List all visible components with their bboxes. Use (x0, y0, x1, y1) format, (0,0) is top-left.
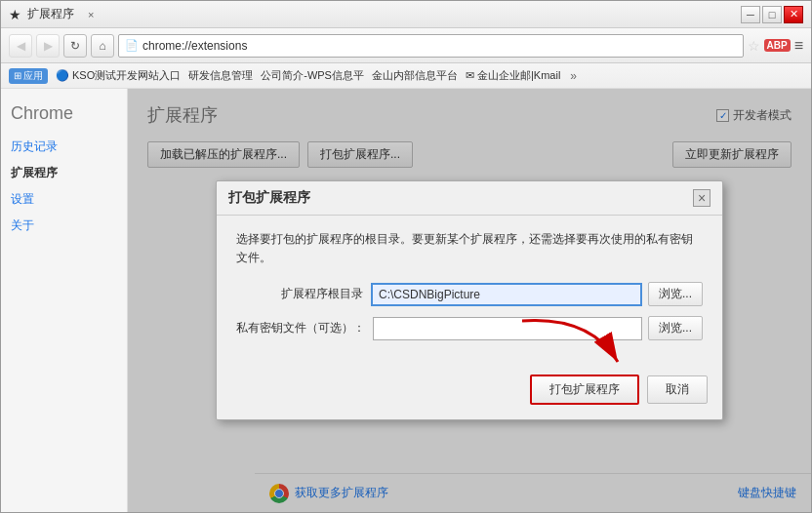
star-icon[interactable]: ☆ (748, 38, 760, 54)
back-button[interactable]: ◀ (9, 34, 32, 58)
dialog-body: 选择要打包的扩展程序的根目录。要更新某个扩展程序，还需选择要再次使用的私有密钥文… (217, 216, 722, 365)
wps-label: 公司简介-WPS信息平 (261, 68, 364, 83)
close-button[interactable]: ✕ (784, 6, 803, 23)
maximize-button[interactable]: □ (762, 6, 782, 23)
root-dir-input-wrap: 浏览... (371, 282, 703, 306)
pack-dialog-button[interactable]: 打包扩展程序 (530, 375, 639, 405)
dialog-footer: 打包扩展程序 取消 (217, 365, 722, 419)
home-button[interactable]: ⌂ (91, 34, 114, 58)
dialog-overlay: 打包扩展程序 × 选择要打包的扩展程序的根目录。要更新某个扩展程序，还需选择要再… (128, 89, 811, 512)
sidebar: Chrome 历史记录 扩展程序 设置 关于 (1, 89, 128, 512)
refresh-button[interactable]: ↻ (63, 34, 87, 58)
apps-icon: ⊞ (14, 70, 21, 81)
key-file-row: 私有密钥文件（可选）： 浏览... (236, 316, 703, 340)
root-dir-row: 扩展程序根目录 浏览... (236, 282, 703, 306)
content-area: Chrome 历史记录 扩展程序 设置 关于 扩展程序 ✓ 开发者模式 加载已解… (1, 89, 811, 512)
menu-icon[interactable]: ≡ (794, 37, 803, 55)
pack-extension-dialog: 打包扩展程序 × 选择要打包的扩展程序的根目录。要更新某个扩展程序，还需选择要再… (216, 180, 723, 420)
cancel-dialog-button[interactable]: 取消 (647, 375, 708, 404)
bookmarks-more-button[interactable]: » (570, 69, 577, 83)
sidebar-chrome-title: Chrome (11, 103, 117, 124)
kmail-icon: ✉ (466, 69, 474, 82)
title-bar: ★ 扩展程序 × ─ □ ✕ (1, 1, 811, 28)
kso-label: KSO测试开发网站入口 (72, 68, 181, 83)
browser-window: ★ 扩展程序 × ─ □ ✕ ◀ ▶ ↻ ⌂ 📄 (0, 0, 812, 513)
kso-icon: 🔵 (56, 69, 69, 82)
title-bar-left: ★ 扩展程序 × (9, 6, 356, 22)
forward-button[interactable]: ▶ (36, 34, 60, 58)
key-file-label: 私有密钥文件（可选）： (236, 320, 365, 336)
nav-icons: ☆ ABP ≡ (748, 37, 803, 55)
bookmark-rd[interactable]: 研发信息管理 (188, 68, 253, 83)
minimize-button[interactable]: ─ (741, 6, 760, 23)
bookmark-jinshan[interactable]: 金山内部信息平台 (372, 68, 458, 83)
jinshan-label: 金山内部信息平台 (372, 68, 458, 83)
dialog-description: 选择要打包的扩展程序的根目录。要更新某个扩展程序，还需选择要再次使用的私有密钥文… (236, 230, 703, 267)
sidebar-item-extensions[interactable]: 扩展程序 (11, 165, 117, 181)
dialog-title-bar: 打包扩展程序 × (217, 181, 722, 216)
bookmark-wps[interactable]: 公司简介-WPS信息平 (261, 68, 364, 83)
main-panel: 扩展程序 ✓ 开发者模式 加载已解压的扩展程序... 打包扩展程序... 立即更… (128, 89, 811, 512)
window-controls: ─ □ ✕ (741, 6, 803, 23)
key-file-browse-button[interactable]: 浏览... (648, 316, 703, 340)
page-icon: 📄 (125, 39, 139, 52)
nav-bar: ◀ ▶ ↻ ⌂ 📄 chrome://extensions ☆ ABP ≡ (1, 28, 811, 63)
dialog-close-button[interactable]: × (693, 189, 710, 207)
root-dir-input[interactable] (371, 283, 642, 306)
address-bar[interactable]: 📄 chrome://extensions (118, 34, 744, 58)
red-arrow-indicator (512, 311, 629, 370)
sidebar-item-settings[interactable]: 设置 (11, 191, 117, 208)
apps-label: 应用 (23, 69, 43, 83)
sidebar-item-about[interactable]: 关于 (11, 217, 117, 234)
root-dir-label: 扩展程序根目录 (236, 286, 363, 302)
adblock-button[interactable]: ABP (764, 39, 791, 52)
bookmark-apps[interactable]: ⊞ 应用 (9, 68, 48, 84)
sidebar-item-history[interactable]: 历史记录 (11, 138, 117, 155)
tab-label: × (88, 9, 356, 20)
address-text: chrome://extensions (142, 39, 247, 53)
bookmark-kmail[interactable]: ✉ 金山企业邮|Kmail (466, 68, 560, 83)
root-dir-browse-button[interactable]: 浏览... (648, 282, 703, 306)
bookmark-kso[interactable]: 🔵 KSO测试开发网站入口 (56, 68, 181, 83)
window-title: 扩展程序 (27, 6, 74, 22)
dialog-title: 打包扩展程序 (228, 189, 310, 207)
kmail-label: 金山企业邮|Kmail (477, 68, 560, 83)
window-icon: ★ (9, 7, 21, 22)
rd-label: 研发信息管理 (188, 68, 253, 83)
bookmarks-bar: ⊞ 应用 🔵 KSO测试开发网站入口 研发信息管理 公司简介-WPS信息平 金山… (1, 63, 811, 89)
